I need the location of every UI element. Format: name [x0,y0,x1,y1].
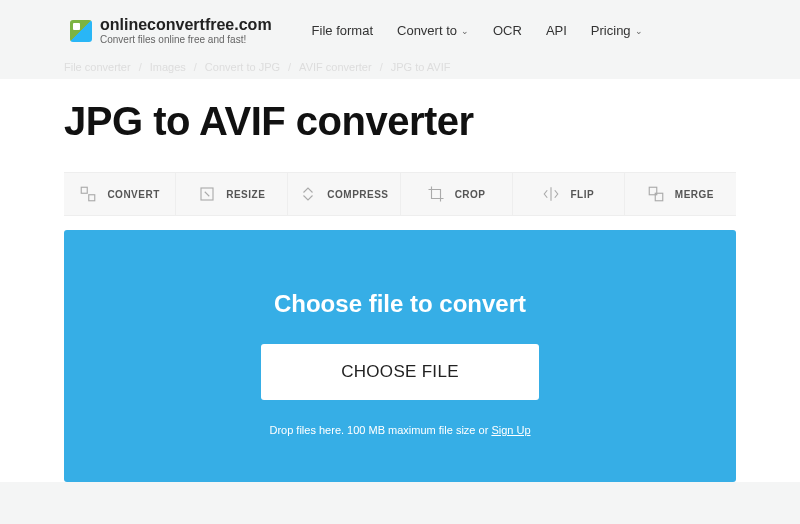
dropzone-title: Choose file to convert [104,290,696,318]
crop-icon [427,185,445,203]
tool-tabs: CONVERT RESIZE COMPRESS CROP FLIP MERGE [64,172,736,216]
breadcrumb: File converter/ Images/ Convert to JPG/ … [0,61,800,79]
breadcrumb-item[interactable]: Convert to JPG [205,61,280,73]
resize-icon [198,185,216,203]
tab-flip[interactable]: FLIP [513,173,625,215]
page-title: JPG to AVIF converter [64,79,736,172]
logo-icon [70,20,92,42]
svg-rect-0 [82,187,88,193]
chevron-down-icon: ⌄ [461,26,469,36]
breadcrumb-item[interactable]: JPG to AVIF [391,61,451,73]
breadcrumb-item[interactable]: File converter [64,61,131,73]
nav-api[interactable]: API [546,23,567,38]
logo-domain: onlineconvertfree.com [100,16,272,34]
dropzone-hint: Drop files here. 100 MB maximum file siz… [104,424,696,436]
tab-resize[interactable]: RESIZE [176,173,288,215]
convert-icon [79,185,97,203]
compress-icon [299,185,317,203]
chevron-down-icon: ⌄ [635,26,643,36]
breadcrumb-item[interactable]: Images [150,61,186,73]
nav-file-format[interactable]: File format [312,23,373,38]
flip-icon [542,185,560,203]
logo-tagline: Convert files online free and fast! [100,34,272,45]
header: onlineconvertfree.com Convert files onli… [0,0,800,61]
choose-file-button[interactable]: CHOOSE FILE [261,344,539,400]
tab-compress[interactable]: COMPRESS [288,173,400,215]
tab-convert[interactable]: CONVERT [64,173,176,215]
dropzone[interactable]: Choose file to convert CHOOSE FILE Drop … [64,230,736,482]
main-nav: File format Convert to⌄ OCR API Pricing⌄ [312,23,643,38]
breadcrumb-item[interactable]: AVIF converter [299,61,372,73]
nav-ocr[interactable]: OCR [493,23,522,38]
svg-rect-1 [89,195,95,201]
tab-merge[interactable]: MERGE [625,173,736,215]
merge-icon [647,185,665,203]
main-content: JPG to AVIF converter CONVERT RESIZE COM… [0,79,800,482]
nav-convert-to[interactable]: Convert to⌄ [397,23,469,38]
nav-pricing[interactable]: Pricing⌄ [591,23,643,38]
tab-crop[interactable]: CROP [401,173,513,215]
logo[interactable]: onlineconvertfree.com Convert files onli… [70,16,272,45]
signup-link[interactable]: Sign Up [491,424,530,436]
